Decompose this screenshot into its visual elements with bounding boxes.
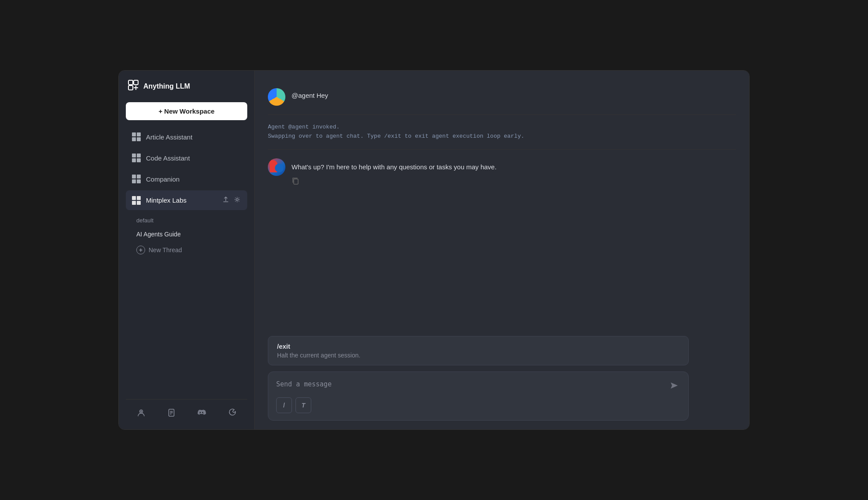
copy-icon[interactable] [292, 177, 736, 186]
sidebar-item-code-assistant[interactable]: Code Assistant [126, 148, 247, 168]
discord-button[interactable] [194, 405, 210, 421]
logo-row: Anything LLM [126, 79, 247, 93]
user-message-row: @agent Hey [268, 79, 736, 115]
workspace-label: Companion [146, 175, 180, 183]
agent-message-row: What's up? I'm here to help with any que… [268, 150, 736, 195]
suggestion-desc: Halt the current agent session. [277, 352, 679, 359]
input-area: / T [255, 365, 749, 429]
slash-command-button[interactable]: / [276, 397, 292, 413]
workspace-grid-icon [132, 196, 141, 205]
agent-message-content: What's up? I'm here to help with any que… [292, 158, 736, 186]
svg-rect-12 [294, 179, 298, 184]
docs-button[interactable] [164, 405, 179, 421]
user-avatar [268, 88, 285, 106]
new-thread-plus-icon: + [136, 246, 145, 254]
message-input[interactable] [276, 380, 663, 391]
workspace-actions [222, 196, 241, 205]
agents-button[interactable] [133, 405, 149, 421]
svg-point-5 [236, 199, 238, 201]
logo-icon [128, 79, 139, 93]
sidebar-item-mintplex-labs[interactable]: Mintplex Labs [126, 190, 247, 210]
sidebar: Anything LLM + New Workspace Article Ass… [119, 71, 255, 429]
send-button[interactable] [667, 379, 680, 392]
agent-message-text: What's up? I'm here to help with any que… [292, 158, 736, 172]
svg-rect-1 [134, 80, 138, 85]
svg-point-7 [141, 411, 142, 412]
threads-section: default AI Agents Guide + New Thread [126, 214, 247, 258]
workspace-label: Code Assistant [146, 154, 190, 162]
sidebar-item-article-assistant[interactable]: Article Assistant [126, 127, 247, 146]
system-message: Agent @agent invoked. Swapping over to a… [268, 115, 736, 150]
new-thread-label: New Thread [149, 246, 182, 254]
main-content: @agent Hey Agent @agent invoked. Swappin… [255, 71, 749, 429]
workspace-list: Article Assistant Code Assistant Compani… [126, 127, 247, 394]
wrench-settings-button[interactable] [224, 405, 240, 421]
chat-area: @agent Hey Agent @agent invoked. Swappin… [255, 71, 749, 332]
new-thread-button[interactable]: + New Thread [130, 242, 247, 258]
svg-point-6 [139, 410, 142, 413]
svg-rect-2 [128, 86, 133, 90]
input-row [276, 379, 680, 392]
workspace-grid-icon [132, 132, 141, 141]
workspace-grid-icon [132, 154, 141, 162]
agent-avatar [268, 158, 285, 176]
workspace-label: Article Assistant [146, 133, 192, 141]
thread-label: default [136, 217, 153, 224]
thread-ai-agents-guide[interactable]: AI Agents Guide [130, 227, 247, 241]
workspace-grid-icon [132, 175, 141, 183]
settings-gear-button[interactable] [233, 196, 241, 205]
app-title: Anything LLM [143, 82, 190, 90]
suggestion-card[interactable]: /exit Halt the current agent session. [268, 336, 689, 365]
svg-rect-0 [128, 80, 133, 85]
upload-button[interactable] [222, 196, 230, 205]
thread-default[interactable]: default [130, 214, 247, 227]
autocomplete-area: /exit Halt the current agent session. [255, 332, 749, 365]
sidebar-item-companion[interactable]: Companion [126, 169, 247, 189]
text-format-button[interactable]: T [295, 397, 311, 413]
user-message-text: @agent Hey [292, 88, 328, 99]
input-tools: / T [276, 397, 680, 413]
app-container: Anything LLM + New Workspace Article Ass… [118, 70, 750, 430]
thread-label: AI Agents Guide [136, 231, 181, 238]
workspace-label: Mintplex Labs [146, 196, 187, 204]
system-message-text: Agent @agent invoked. Swapping over to a… [268, 123, 736, 141]
sidebar-footer [126, 399, 247, 422]
new-workspace-button[interactable]: + New Workspace [126, 102, 247, 120]
suggestion-command: /exit [277, 343, 679, 350]
input-box: / T [268, 371, 689, 421]
